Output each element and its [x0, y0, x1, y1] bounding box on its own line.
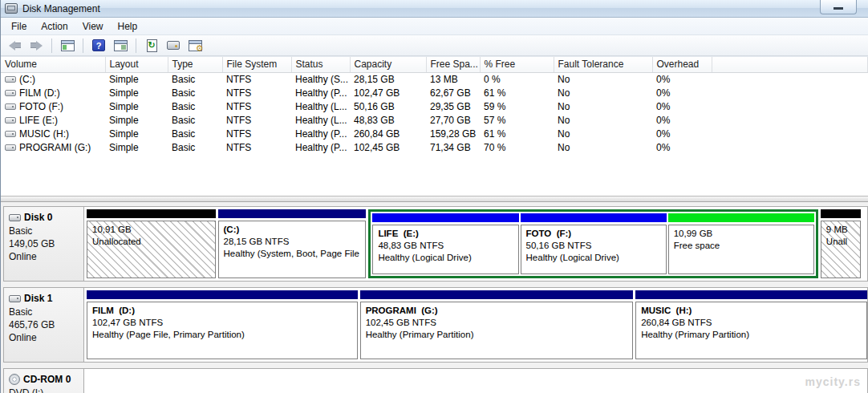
- menu-help[interactable]: Help: [111, 19, 145, 34]
- partition-detail: 9 MB: [826, 224, 856, 236]
- disk-management-window: Disk Management File Action View Help ? …: [0, 0, 868, 393]
- col-capacity[interactable]: Capacity: [350, 57, 426, 72]
- partition-strip: FILM (D:)102,47 GB NTFSHealthy (Page Fil…: [84, 288, 867, 362]
- cell-type: Basic: [168, 99, 222, 113]
- minimize-button[interactable]: [820, 0, 857, 14]
- menu-action[interactable]: Action: [34, 19, 75, 34]
- partition-detail: Healthy (Page File, Primary Partition): [92, 329, 352, 341]
- cell-volume: PROGRAMI (G:): [1, 140, 105, 154]
- partition-color-bar: [87, 209, 216, 218]
- cell-layout: Simple: [105, 99, 168, 113]
- pane-splitter[interactable]: [1, 196, 868, 202]
- partition-box: 10,91 GBUnallocated: [87, 221, 216, 278]
- forward-button[interactable]: [27, 37, 45, 55]
- rescan-disks-button[interactable]: [164, 37, 182, 55]
- disk-header[interactable]: CD-ROM 0DVD (I:): [4, 369, 84, 393]
- cell-volume: (C:): [1, 72, 105, 86]
- partition-programi-g[interactable]: PROGRAMI (G:)102,45 GB NTFSHealthy (Prim…: [360, 290, 634, 359]
- cell-type: Basic: [168, 72, 222, 86]
- help-button[interactable]: ?: [90, 37, 107, 55]
- cell-status: Healthy (P...: [291, 127, 350, 140]
- cell-pct_free: 70 %: [480, 140, 554, 154]
- refresh-button[interactable]: ↻: [143, 37, 160, 55]
- partition-color-bar: [360, 290, 634, 299]
- partition-box: 10,99 GBFree space: [668, 225, 814, 274]
- cell-status: Healthy (S...: [291, 72, 350, 86]
- disk-icon: [9, 214, 21, 221]
- cell-volume: LIFE (E:): [1, 113, 105, 127]
- cell-file_system: NTFS: [222, 86, 291, 99]
- show-action-pane-button[interactable]: [112, 37, 129, 55]
- col-pct-free[interactable]: % Free: [480, 57, 554, 72]
- toolbar: ? ↻: [1, 35, 868, 56]
- partition-color-bar: [218, 209, 367, 218]
- help-icon: ?: [92, 39, 105, 51]
- cell-fault_tolerance: No: [554, 140, 652, 154]
- cell-type: Basic: [168, 113, 222, 127]
- disk-header[interactable]: Disk 0Basic149,05 GBOnline: [4, 207, 84, 281]
- cell-status: Healthy (P...: [291, 140, 350, 154]
- volume-row[interactable]: FOTO (F:)SimpleBasicNTFSHealthy (L...50,…: [1, 99, 868, 113]
- toolbar-separator: [83, 38, 83, 53]
- col-type[interactable]: Type: [168, 57, 222, 72]
- partition-life-e[interactable]: LIFE (E:)48,83 GB NTFSHealthy (Logical D…: [372, 213, 518, 274]
- rescan-disks-icon: [167, 41, 180, 50]
- cell-free_space: 29,35 GB: [426, 99, 480, 113]
- console-tree-icon: [61, 40, 75, 51]
- col-layout[interactable]: Layout: [105, 57, 168, 72]
- unallocated-segment[interactable]: 9 MBUnall: [821, 209, 862, 278]
- partition-foto-f[interactable]: FOTO (F:)50,16 GB NTFSHealthy (Logical D…: [521, 213, 667, 274]
- partition-detail: 102,47 GB NTFS: [92, 317, 352, 329]
- partition-detail: 102,45 GB NTFS: [366, 317, 628, 329]
- partition-strip: [84, 369, 867, 393]
- col-file-system[interactable]: File System: [222, 57, 291, 72]
- disk-header[interactable]: Disk 1Basic465,76 GBOnline: [4, 288, 84, 362]
- cell-pct_free: 0 %: [480, 72, 554, 86]
- free-space-segment[interactable]: 10,99 GBFree space: [668, 213, 814, 274]
- volume-row[interactable]: PROGRAMI (G:)SimpleBasicNTFSHealthy (P..…: [1, 140, 868, 154]
- titlebar[interactable]: Disk Management: [1, 0, 868, 18]
- col-volume[interactable]: Volume: [1, 57, 105, 72]
- menu-file[interactable]: File: [4, 19, 34, 34]
- partition-label: FILM (D:): [92, 305, 352, 317]
- disk-detail: Basic: [9, 225, 79, 237]
- volume-row[interactable]: LIFE (E:)SimpleBasicNTFSHealthy (L...48,…: [1, 113, 868, 127]
- cell-fault_tolerance: No: [554, 127, 652, 140]
- partition-color-bar: [635, 290, 867, 299]
- volume-icon: [5, 131, 16, 137]
- partition-music-h[interactable]: MUSIC (H:)260,84 GB NTFSHealthy (Primary…: [635, 290, 867, 359]
- cell-overhead: 0%: [652, 113, 712, 127]
- disk-row-disk-1: Disk 1Basic465,76 GBOnlineFILM (D:)102,4…: [3, 287, 868, 363]
- back-button[interactable]: [6, 37, 23, 55]
- volume-row[interactable]: FILM (D:)SimpleBasicNTFSHealthy (P...102…: [1, 86, 868, 99]
- partition-detail: Healthy (Primary Partition): [366, 329, 628, 341]
- disk-name: Disk 0: [9, 212, 79, 223]
- partition-detail: Free space: [674, 240, 809, 252]
- col-status[interactable]: Status: [291, 57, 350, 72]
- cell-filler: [712, 72, 868, 86]
- properties-button[interactable]: [186, 37, 204, 55]
- cell-free_space: 159,28 GB: [426, 127, 480, 140]
- menu-view[interactable]: View: [75, 19, 111, 34]
- col-overhead[interactable]: Overhead: [652, 57, 712, 72]
- cell-type: Basic: [168, 140, 222, 154]
- menubar: File Action View Help: [1, 18, 868, 35]
- cell-file_system: NTFS: [222, 140, 291, 154]
- col-fault-tolerance[interactable]: Fault Tolerance: [554, 57, 652, 72]
- cell-free_space: 27,70 GB: [426, 113, 480, 127]
- col-free-space[interactable]: Free Spa...: [426, 57, 480, 72]
- volume-row[interactable]: (C:)SimpleBasicNTFSHealthy (S...28,15 GB…: [1, 72, 868, 86]
- disk-icon: [9, 295, 21, 302]
- partition-box: FOTO (F:)50,16 GB NTFSHealthy (Logical D…: [521, 225, 667, 274]
- cell-free_space: 62,67 GB: [426, 86, 480, 99]
- partition-detail: 50,16 GB NTFS: [526, 240, 661, 252]
- partition-c[interactable]: (C:)28,15 GB NTFSHealthy (System, Boot, …: [218, 209, 367, 278]
- partition-detail: Healthy (Logical Drive): [526, 252, 661, 264]
- volume-row[interactable]: MUSIC (H:)SimpleBasicNTFSHealthy (P...26…: [1, 127, 868, 140]
- partition-detail: 48,83 GB NTFS: [378, 240, 513, 252]
- cell-layout: Simple: [105, 140, 168, 154]
- partition-film-d[interactable]: FILM (D:)102,47 GB NTFSHealthy (Page Fil…: [87, 290, 358, 359]
- partition-label: (C:): [224, 224, 361, 236]
- show-console-tree-button[interactable]: [59, 37, 76, 55]
- unallocated-segment[interactable]: 10,91 GBUnallocated: [87, 209, 216, 278]
